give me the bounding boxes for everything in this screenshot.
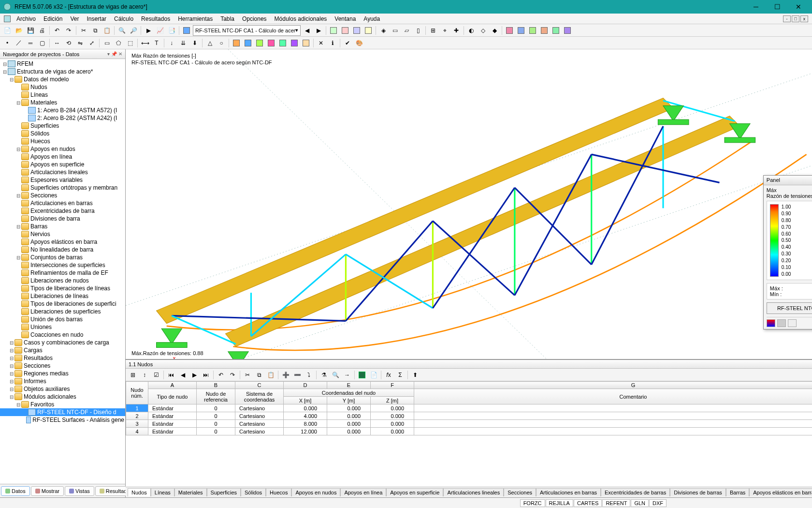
menu-modulos[interactable]: Módulos adicionales [271,15,331,23]
tt-paste-icon[interactable]: 📋 [265,370,276,380]
tb-wire-icon[interactable]: ◇ [478,25,488,36]
tree-item[interactable]: Liberaciones de líneas [0,292,125,300]
tree-item[interactable]: Líneas [0,91,125,99]
tree-item[interactable]: ⊟Estructura de vigas de acero* [0,68,125,75]
tb-snap-icon[interactable]: ⌖ [439,25,450,36]
tree-item[interactable]: ⊟Favoritos [0,401,125,408]
tb2-node-icon[interactable]: • [2,38,13,48]
tb-find-icon[interactable]: 🔍 [116,25,127,36]
table-tab[interactable]: Secciones [504,488,536,496]
tree-item[interactable]: Intersecciones de superficies [0,261,125,269]
tb-side-icon[interactable]: ▯ [413,25,423,36]
tb-copy-icon[interactable]: ⧉ [90,25,101,36]
table-tab[interactable]: Barras [726,488,749,496]
status-refent[interactable]: REFENT [602,499,630,507]
navigator-tree[interactable]: ⊟RFEM⊟Estructura de vigas de acero*⊟Dato… [0,59,125,484]
status-forzc[interactable]: FORZC [520,499,545,507]
menu-ventana[interactable]: Ventana [331,15,360,23]
tb-axis-icon[interactable]: ✚ [451,25,462,36]
tree-item[interactable]: ⊟Cargas [0,346,125,354]
tt-next-icon[interactable]: ▶ [189,370,200,380]
tree-item[interactable]: 1: Acero B-284 (ASTM A572) (I [0,106,125,114]
tb2-palette-icon[interactable]: 🎨 [354,38,364,48]
tree-item[interactable]: Articulaciones en barras [0,199,125,207]
tb-calc-icon[interactable]: ▶ [143,25,154,36]
table-tab[interactable]: Superficies [207,488,241,496]
menu-ayuda[interactable]: Ayuda [360,15,384,23]
tb2-selall-icon[interactable]: ⬚ [125,38,135,48]
tt-excel-icon[interactable] [357,370,367,380]
tt-delrow-icon[interactable]: ➖ [292,370,303,380]
tree-item[interactable]: Superficies [0,122,125,130]
tb2-selpoly-icon[interactable]: ⬠ [113,38,124,48]
tree-item[interactable]: Nudos [0,83,125,91]
tb2-scale-icon[interactable]: ⤢ [87,38,97,48]
tb2-del-icon[interactable]: ✕ [316,38,326,48]
navigator-dropdown-icon[interactable]: ▾ [107,51,110,57]
tb2-support-icon[interactable]: △ [204,38,215,48]
tree-item[interactable]: Liberaciones de nudos [0,277,125,284]
tree-item[interactable]: RF-STEEL Surfaces - Análisis gene [0,416,125,424]
tree-item[interactable]: ⊟Objetos auxiliares [0,385,125,393]
tree-item[interactable]: Liberaciones de superficies [0,308,125,315]
tt-select-icon[interactable]: ☑ [151,370,161,380]
tree-item[interactable]: Divisiones de barra [0,215,125,223]
tb-undo-icon[interactable]: ↶ [52,25,62,36]
tree-item[interactable]: Apoyos elásticos en barra [0,238,125,246]
tree-item[interactable]: Sólidos [0,130,125,137]
tb-misc4-icon[interactable] [539,25,550,36]
tree-item[interactable]: ⊟Apoyos en nudos [0,145,125,153]
tb-shade-icon[interactable]: ◆ [489,25,500,36]
tb-next-icon[interactable]: ▶ [313,25,324,36]
table-tab[interactable]: Líneas [151,488,174,496]
tb2-select-icon[interactable]: ▭ [102,38,112,48]
tb2-m6-icon[interactable] [289,38,300,48]
tb-redo-icon[interactable]: ↷ [63,25,74,36]
tb2-text-icon[interactable]: T [151,38,162,48]
menu-tabla[interactable]: Tabla [217,15,238,23]
tree-item[interactable]: ⊟Conjuntos de barras [0,254,125,261]
tb-cut-icon[interactable]: ✂ [78,25,89,36]
tree-item[interactable]: ⊟Barras [0,223,125,230]
menu-resultados[interactable]: Resultados [137,15,174,23]
tb-iso-icon[interactable]: ◈ [378,25,389,36]
tb-prev-icon[interactable]: ◀ [302,25,312,36]
tb2-load2-icon[interactable]: ⇊ [178,38,188,48]
table-tab[interactable]: Nudos [128,488,151,496]
table-tab[interactable]: Huecos [266,488,291,496]
table-tab[interactable]: Apoyos en línea [340,488,386,496]
tree-item[interactable]: Tipos de liberaciones de líneas [0,284,125,292]
tt-redo-icon[interactable]: ↷ [227,370,238,380]
tb2-m5-icon[interactable] [277,38,288,48]
window-maximize-button[interactable]: ☐ [767,0,788,14]
tree-item[interactable]: Refinamientos de malla de EF [0,269,125,277]
tb2-dim-icon[interactable]: ⟷ [140,38,150,48]
menu-herramientas[interactable]: Herramientas [174,15,217,23]
tb2-surface-icon[interactable]: ▢ [37,38,47,48]
tt-filter-icon[interactable]: ⚗ [319,370,329,380]
table-tab[interactable]: Apoyos elásticos en barra [749,488,812,496]
tb2-m1-icon[interactable] [231,38,242,48]
tb-report-icon[interactable]: 📑 [166,25,177,36]
tree-item[interactable]: No linealidades de barra [0,246,125,254]
tt-copy-icon[interactable]: ⧉ [254,370,264,380]
tree-item[interactable]: Articulaciones lineales [0,168,125,176]
tree-item[interactable]: ⊟Datos del modelo [0,75,125,83]
tt-find-icon[interactable]: 🔍 [330,370,341,380]
tb2-check-icon[interactable]: ✔ [342,38,353,48]
tree-item[interactable]: Huecos [0,137,125,145]
window-close-button[interactable]: ✕ [788,0,809,14]
tree-item[interactable]: Unión de dos barras [0,315,125,323]
tb-top-icon[interactable]: ▱ [401,25,412,36]
tt-sum-icon[interactable]: Σ [395,370,406,380]
tb-render-icon[interactable]: ◐ [466,25,477,36]
menu-edicion[interactable]: Edición [40,15,66,23]
tb-misc3-icon[interactable] [527,25,538,36]
tt-prev-icon[interactable]: ◀ [177,370,188,380]
tb2-rotate-icon[interactable]: ⟲ [63,38,74,48]
tree-item[interactable]: ⊟Materiales [0,99,125,106]
tree-item[interactable]: ⊟Secciones [0,192,125,199]
menu-opciones[interactable]: Opciones [238,15,271,23]
tree-item[interactable]: RF-STEEL NTC-DF - Diseño d [0,408,125,416]
tb-view4-icon[interactable] [363,25,374,36]
